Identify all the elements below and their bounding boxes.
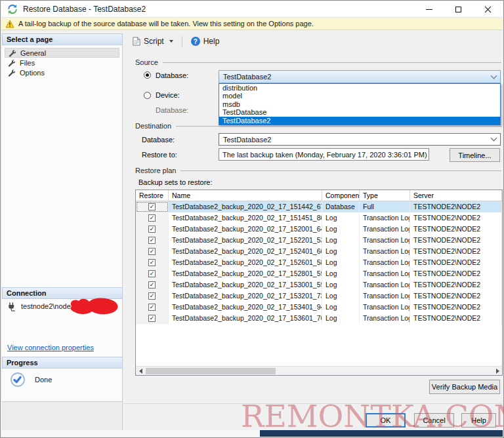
progress-panel: Done [2, 368, 123, 401]
restore-checkbox-cell[interactable] [136, 212, 169, 224]
type-cell: Transaction Log [360, 257, 410, 268]
close-button[interactable] [473, 1, 503, 17]
minimize-button[interactable] [414, 1, 444, 17]
type-cell: Transaction Log [360, 212, 410, 224]
component-cell: Log [322, 290, 360, 302]
restore-checkbox-cell[interactable] [136, 302, 169, 313]
bottom-strip [1, 430, 503, 437]
maximize-button[interactable] [444, 1, 473, 17]
table-row[interactable]: TestDatabase2_backup_2020_02_17_151451_8… [136, 212, 502, 224]
script-icon [133, 37, 140, 46]
column-header-name[interactable]: Name [169, 190, 322, 201]
device-database-label: Database: [156, 106, 188, 114]
verify-backup-media-button[interactable]: Verify Backup Media [429, 380, 500, 394]
type-cell: Transaction Log [360, 246, 410, 257]
scroll-left-arrow-icon[interactable] [136, 367, 145, 375]
table-row[interactable]: TestDatabase2_backup_2020_02_17_153401_9… [136, 302, 502, 313]
device-radio-label: Device: [156, 91, 180, 99]
script-label: Script [144, 37, 164, 46]
sidebar-page-item[interactable]: General [5, 48, 119, 58]
backup-name-cell: TestDatabase2_backup_2020_02_17_152801_5… [169, 268, 322, 279]
destination-database-combobox[interactable]: TestDatabase2 [219, 133, 501, 146]
backup-name-cell: TestDatabase2_backup_2020_02_17_153001_5… [169, 279, 322, 290]
dropdown-option[interactable]: distribution [219, 84, 500, 92]
restore-checkbox-cell[interactable] [136, 224, 169, 235]
table-row[interactable]: TestDatabase2_backup_2020_02_17_153201_7… [136, 290, 502, 302]
type-cell: Transaction Log [360, 235, 410, 246]
cancel-button[interactable]: Cancel [414, 413, 454, 428]
restore-database-icon [7, 4, 18, 14]
restore-checkbox-cell[interactable] [136, 235, 169, 246]
restore-to-field[interactable]: The last backup taken (Monday, February … [219, 148, 429, 161]
restore-checkbox-cell[interactable] [136, 279, 169, 290]
warning-banner: A tail-log backup of the source database… [1, 17, 503, 30]
checkbox-icon [148, 214, 156, 222]
titlebar: Restore Database - TestDatabase2 [1, 1, 503, 17]
restore-checkbox-cell[interactable] [136, 246, 169, 257]
table-row[interactable]: TestDatabase2_backup_2020_02_17_153001_5… [136, 279, 502, 290]
source-database-combobox[interactable]: TestDatabase2 [219, 70, 501, 83]
dropdown-option[interactable]: TestDatabase [219, 108, 500, 116]
restore-checkbox-cell[interactable] [136, 313, 169, 324]
sidebar-page-item[interactable]: Options [5, 68, 119, 77]
database-radio-label: Database: [156, 71, 188, 79]
server-cell: TESTNODE2\NODE2 [410, 257, 502, 268]
table-row[interactable]: TestDatabase2_backup_2020_02_17_152001_6… [136, 224, 502, 235]
device-radio[interactable] [144, 92, 151, 99]
table-row[interactable]: TestDatabase2_backup_2020_02_17_151442_6… [136, 201, 502, 212]
table-row[interactable]: TestDatabase2_backup_2020_02_17_152801_5… [136, 268, 502, 279]
sidebar-page-item[interactable]: Files [5, 58, 119, 68]
server-cell: TESTNODE2\NODE2 [410, 302, 502, 313]
warning-icon [5, 20, 14, 28]
component-cell: Database [322, 201, 360, 212]
column-header-server[interactable]: Server [410, 190, 502, 201]
timeline-button[interactable]: Timeline... [450, 148, 500, 162]
help-icon [191, 37, 200, 46]
horizontal-scrollbar[interactable] [136, 366, 502, 375]
type-cell: Transaction Log [360, 224, 410, 235]
restore-checkbox-cell[interactable] [136, 257, 169, 268]
dropdown-option[interactable]: TestDatabase2 [219, 117, 500, 125]
dropdown-option[interactable]: model [219, 92, 500, 100]
restore-checkbox-cell[interactable] [136, 201, 169, 212]
table-row[interactable]: TestDatabase2_backup_2020_02_17_152601_5… [136, 257, 502, 268]
server-cell: TESTNODE2\NODE2 [410, 212, 502, 224]
script-button[interactable]: Script [129, 35, 177, 48]
checkbox-icon [148, 259, 156, 266]
table-row[interactable]: TestDatabase2_backup_2020_02_17_152401_6… [136, 246, 502, 257]
backup-name-cell: TestDatabase2_backup_2020_02_17_151451_8… [169, 212, 322, 224]
close-icon [484, 6, 492, 13]
table-row[interactable]: TestDatabase2_backup_2020_02_17_152201_5… [136, 235, 502, 246]
type-cell: Transaction Log [360, 268, 410, 279]
column-header-restore[interactable]: Restore [136, 190, 169, 201]
help-button[interactable]: Help [188, 35, 223, 48]
view-connection-properties-link[interactable]: View connection properties [7, 344, 94, 351]
maximize-icon [455, 7, 461, 12]
bottom-strip-light [1, 430, 260, 437]
backup-name-cell: TestDatabase2_backup_2020_02_17_153601_7… [169, 313, 322, 324]
backup-name-cell: TestDatabase2_backup_2020_02_17_153201_7… [169, 290, 322, 302]
help-footer-button[interactable]: Help [461, 413, 496, 428]
destination-database-value: TestDatabase2 [223, 136, 271, 144]
restore-checkbox-cell[interactable] [136, 268, 169, 279]
select-a-page-list: General Files Options [2, 48, 122, 77]
type-cell: Transaction Log [360, 313, 410, 324]
window-title: Restore Database - TestDatabase2 [23, 5, 146, 14]
progress-status: Done [35, 376, 52, 384]
done-check-icon [10, 372, 26, 388]
scroll-right-arrow-icon[interactable] [493, 367, 502, 375]
wrench-icon [7, 59, 15, 67]
restore-to-value: The last backup taken (Monday, February … [222, 151, 427, 159]
scrollbar-thumb[interactable] [146, 368, 276, 374]
chevron-down-icon [491, 135, 497, 142]
column-header-component[interactable]: Component [322, 190, 360, 201]
dropdown-option[interactable]: msdb [219, 100, 500, 108]
ok-button[interactable]: OK [366, 413, 406, 428]
restore-checkbox-cell[interactable] [136, 290, 169, 302]
table-row[interactable]: TestDatabase2_backup_2020_02_17_153601_7… [136, 313, 502, 324]
database-radio[interactable] [144, 71, 151, 79]
component-cell: Log [322, 313, 360, 324]
sidebar-page-label: Files [20, 59, 35, 67]
column-header-type[interactable]: Type [360, 190, 410, 201]
script-dropdown-icon [169, 40, 173, 43]
